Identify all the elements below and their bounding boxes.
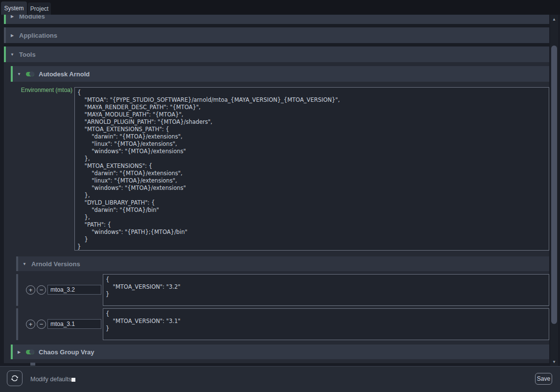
scrollbar-up-arrow-icon[interactable]: ▲ — [550, 16, 558, 23]
chevron-down-icon: ▼ — [10, 52, 15, 57]
section-label-autodesk-arnold: Autodesk Arnold — [39, 70, 90, 78]
chevron-down-icon: ▼ — [17, 72, 22, 76]
add-version-button[interactable]: + — [26, 285, 35, 295]
save-button[interactable]: Save — [535, 373, 552, 385]
version-row-mtoa-3-1: + − { "MTOA_VERSION": "3.1" } — [16, 308, 549, 340]
section-header-modules[interactable]: ▶ Modules — [4, 15, 549, 24]
remove-version-button[interactable]: − — [37, 285, 46, 295]
section-applications: ▶ Applications — [4, 27, 549, 43]
toggle-knob-icon — [29, 71, 34, 76]
tab-bar: System Project — [0, 0, 560, 15]
section-header-chaos-group-vray[interactable]: ▶ Chaos Group Vray — [11, 345, 549, 359]
scrollbar-down-arrow-icon[interactable]: ▼ — [550, 358, 558, 365]
settings-scroll-area: ▶ Modules ▶ Applications ▼ Tools ▼ Autod… — [0, 15, 560, 366]
modify-defaults-label: Modify defaults — [30, 367, 71, 392]
section-header-applications[interactable]: ▶ Applications — [4, 27, 549, 43]
vertical-scrollbar-thumb[interactable] — [551, 46, 557, 324]
section-label-tools: Tools — [19, 51, 36, 58]
section-arnold: ▼ Autodesk Arnold — [11, 66, 549, 82]
section-tools: ▼ Tools ▼ Autodesk Arnold Environment (m… — [4, 46, 549, 363]
chevron-right-icon: ▶ — [17, 350, 22, 354]
version-json-editor[interactable]: { "MTOA_VERSION": "3.2" } — [103, 274, 549, 306]
horizontal-scrollbar-thumb[interactable] — [30, 363, 35, 366]
refresh-button[interactable] — [7, 370, 23, 386]
chevron-down-icon: ▼ — [22, 262, 27, 266]
version-json-editor[interactable]: { "MTOA_VERSION": "3.1" } — [103, 308, 549, 340]
tab-project[interactable]: Project — [28, 2, 51, 15]
chevron-right-icon: ▶ — [10, 15, 15, 19]
add-version-button[interactable]: + — [26, 320, 35, 329]
remove-version-button[interactable]: − — [37, 320, 46, 329]
footer-bar: Modify defaults Save — [0, 366, 560, 392]
environment-mtoa-json-editor[interactable]: { "MTOA": "{PYPE_STUDIO_SOFTWARE}/arnold… — [74, 87, 549, 251]
version-row-mtoa-3-2: + − { "MTOA_VERSION": "3.2" } — [16, 274, 549, 306]
section-label-arnold-versions: Arnold Versions — [31, 260, 80, 268]
version-name-input[interactable] — [47, 285, 101, 295]
section-header-arnold-versions[interactable]: ▼ Arnold Versions — [16, 256, 549, 271]
section-arnold-versions: ▼ Arnold Versions — [16, 256, 549, 271]
section-header-autodesk-arnold[interactable]: ▼ Autodesk Arnold — [11, 66, 549, 82]
refresh-icon — [10, 374, 19, 383]
section-label-modules: Modules — [19, 15, 45, 20]
tab-system[interactable]: System — [1, 1, 27, 15]
section-label-chaos-group-vray: Chaos Group Vray — [39, 348, 94, 356]
section-modules-clip: ▶ Modules — [4, 15, 549, 24]
section-header-tools[interactable]: ▼ Tools — [4, 46, 549, 62]
toggle-knob-icon — [29, 349, 34, 354]
modify-defaults-checkbox[interactable] — [71, 378, 75, 382]
section-label-applications: Applications — [19, 32, 57, 39]
environment-mtoa-label: Environment (mtoa) — [4, 87, 72, 93]
chevron-right-icon: ▶ — [10, 33, 15, 38]
vertical-scrollbar[interactable]: ▲ ▼ — [550, 15, 558, 366]
section-vray: ▶ Chaos Group Vray — [11, 345, 549, 359]
vray-enabled-toggle[interactable] — [26, 350, 34, 354]
version-name-input[interactable] — [47, 319, 101, 329]
arnold-enabled-toggle[interactable] — [26, 72, 34, 76]
